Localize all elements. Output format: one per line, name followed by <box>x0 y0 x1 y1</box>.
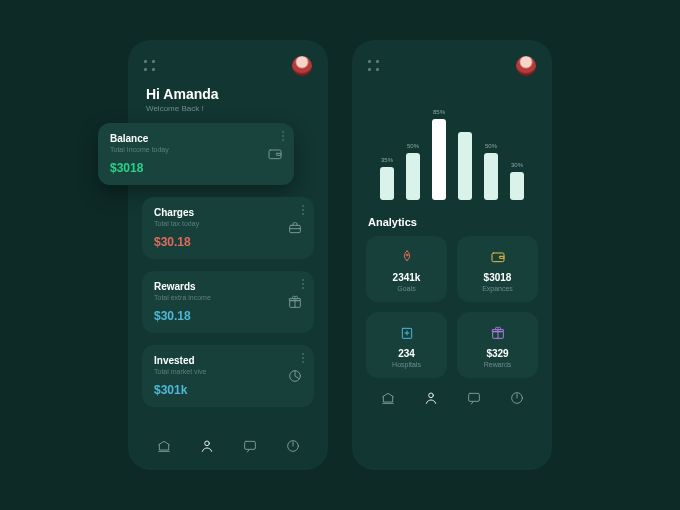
phone-header <box>128 52 328 82</box>
tile-rewards[interactable]: $329 Rewards <box>457 312 538 378</box>
gift-icon <box>286 293 304 311</box>
rocket-icon <box>398 248 416 266</box>
tile-value: $329 <box>486 348 508 359</box>
card-value: $30.18 <box>154 235 302 249</box>
tab-bank[interactable] <box>378 388 398 408</box>
card-sub: Total market vive <box>154 368 302 375</box>
svg-rect-10 <box>499 256 504 258</box>
phone-right: 35% 50% 85% 50% 30% Analytics 2341k Goal… <box>352 40 552 470</box>
card-charges[interactable]: Charges Total tax today $30.18 <box>142 197 314 259</box>
chart-bar-fill <box>432 119 446 200</box>
svg-rect-0 <box>269 150 281 159</box>
card-menu-icon[interactable] <box>302 205 304 215</box>
phone-header <box>352 52 552 82</box>
chart-bar-fill <box>510 172 524 201</box>
tile-label: Hospitals <box>392 361 421 368</box>
chart-bar <box>456 132 474 200</box>
tab-chat[interactable] <box>240 436 260 456</box>
chart-bar: 30% <box>508 162 526 201</box>
tab-user[interactable] <box>197 436 217 456</box>
tab-power[interactable] <box>507 388 527 408</box>
tabbar <box>128 426 328 470</box>
pie-icon <box>286 367 304 385</box>
svg-rect-9 <box>492 253 504 262</box>
svg-rect-1 <box>276 153 281 155</box>
menu-dots-icon[interactable] <box>144 60 156 72</box>
tile-hospitals[interactable]: 234 Hospitals <box>366 312 447 378</box>
svg-rect-6 <box>244 441 255 449</box>
tile-expances[interactable]: $3018 Expances <box>457 236 538 302</box>
svg-point-13 <box>428 393 433 398</box>
avatar[interactable] <box>516 56 536 76</box>
card-rewards[interactable]: Rewards Total extra income $30.18 <box>142 271 314 333</box>
chart-bar-label: 35% <box>381 157 393 163</box>
chart-bar: 50% <box>482 143 500 201</box>
card-title: Charges <box>154 207 302 218</box>
chart-bar-label: 50% <box>485 143 497 149</box>
phone-left: Hi Amanda Welcome Back ! Balance Total I… <box>128 40 328 470</box>
tile-label: Rewards <box>484 361 512 368</box>
card-title: Balance <box>110 133 282 144</box>
card-invested[interactable]: Invested Total market vive $301k <box>142 345 314 407</box>
svg-rect-14 <box>468 393 479 401</box>
avatar[interactable] <box>292 56 312 76</box>
chart-bar: 35% <box>378 157 396 200</box>
greeting: Hi Amanda Welcome Back ! <box>128 82 328 123</box>
greeting-title: Hi Amanda <box>146 86 310 102</box>
wallet-icon <box>489 248 507 266</box>
tile-value: 2341k <box>393 272 421 283</box>
card-title: Invested <box>154 355 302 366</box>
chart-bar-fill <box>380 167 394 200</box>
card-title: Rewards <box>154 281 302 292</box>
tile-label: Expances <box>482 285 513 292</box>
menu-dots-icon[interactable] <box>368 60 380 72</box>
gift-icon <box>489 324 507 342</box>
hospital-icon <box>398 324 416 342</box>
card-value: $3018 <box>110 161 282 175</box>
chart-bar-label: 50% <box>407 143 419 149</box>
briefcase-icon <box>286 219 304 237</box>
tile-value: $3018 <box>484 272 512 283</box>
card-value: $301k <box>154 383 302 397</box>
card-menu-icon[interactable] <box>302 353 304 363</box>
chart: 35% 50% 85% 50% 30% <box>352 82 552 210</box>
tile-goals[interactable]: 2341k Goals <box>366 236 447 302</box>
card-menu-icon[interactable] <box>282 131 284 141</box>
tab-chat[interactable] <box>464 388 484 408</box>
card-menu-icon[interactable] <box>302 279 304 289</box>
chart-bar-label: 30% <box>511 162 523 168</box>
chart-bar: 50% <box>404 143 422 201</box>
chart-bar-fill <box>406 153 420 201</box>
card-sub: Total Income today <box>110 146 282 153</box>
chart-bar: 85% <box>430 109 448 200</box>
tab-bank[interactable] <box>154 436 174 456</box>
chart-bar-fill <box>458 132 472 200</box>
tab-power[interactable] <box>283 436 303 456</box>
card-value: $30.18 <box>154 309 302 323</box>
tile-value: 234 <box>398 348 415 359</box>
card-sub: Total extra income <box>154 294 302 301</box>
chart-bar-fill <box>484 153 498 201</box>
card-balance[interactable]: Balance Total Income today $3018 <box>98 123 294 185</box>
svg-point-8 <box>406 254 408 256</box>
analytics-title: Analytics <box>352 210 552 236</box>
svg-point-5 <box>204 441 209 446</box>
card-sub: Total tax today <box>154 220 302 227</box>
cards-list: Balance Total Income today $3018 Charges… <box>128 123 328 426</box>
tile-label: Goals <box>397 285 415 292</box>
tab-user[interactable] <box>421 388 441 408</box>
chart-bar-label: 85% <box>433 109 445 115</box>
greeting-sub: Welcome Back ! <box>146 104 310 113</box>
tiles-grid: 2341k Goals $3018 Expances 234 Hospitals… <box>352 236 552 378</box>
wallet-icon <box>266 145 284 163</box>
tabbar <box>352 378 552 422</box>
